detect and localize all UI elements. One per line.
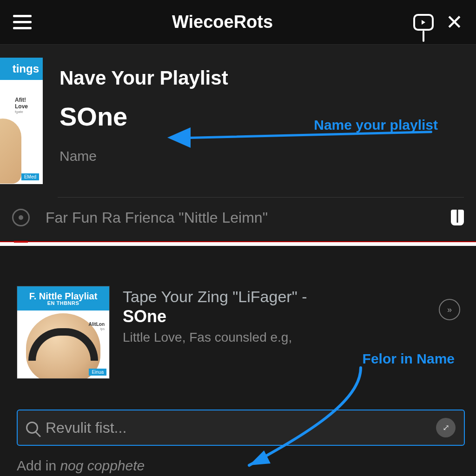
app-header: WiecoeRots ✕ [0,0,476,45]
track-line-2: SOne [123,307,465,326]
app-title: WiecoeRots [32,12,413,32]
track-row-partial[interactable]: Far Fun Ra Frienca "Nittle Leimn" [0,198,476,226]
bookmark-icon[interactable] [451,210,464,225]
album-band: tings [0,58,43,80]
expand-icon[interactable]: ⤢ [436,418,456,437]
track-line-3: Little Love, Fas counsled e.g, [123,330,465,345]
album-sublabel: fgate [15,110,40,114]
album2-band: F. Nittle Playliat [29,291,98,301]
cast-icon[interactable] [413,14,434,31]
add-hint: Add in nog copphete [17,458,465,474]
search-placeholder: Revulit fist... [46,419,436,436]
bottom-panel: F. Nittle Playliat EN THBNRS AlitLon tps… [0,246,476,476]
album2-la: AlitLon [89,322,105,327]
album-label: Afit! Love [15,97,40,110]
panel-separator [0,241,476,246]
album-art-top: tings Afit! Love fgate EMed [0,58,43,184]
track-title-partial: Far Fun Ra Frienca "Nittle Leimn" [46,209,268,226]
annotation-felor: Felor in Name [363,351,455,367]
close-icon[interactable]: ✕ [446,10,463,34]
annotation-arrow-top [167,127,432,146]
add-hint-italic: nog copphete [60,458,145,473]
top-panel: tings Afit! Love fgate EMed Nave Your Pl… [0,45,476,241]
disc-icon [12,209,30,226]
add-hint-prefix: Add in [17,458,60,473]
search-input[interactable]: Revulit fist... ⤢ [17,410,465,446]
forward-icon[interactable]: » [439,299,460,320]
album-art-bottom: F. Nittle Playliat EN THBNRS AlitLon tps… [17,286,110,379]
name-field-label: Name [60,148,462,164]
playlist-heading: Nave Your Playlist [60,67,462,89]
search-icon [26,422,38,434]
album2-band-sub: EN THBNRS [47,301,79,306]
menu-icon[interactable] [13,15,32,29]
album2-badge: Einua [89,369,106,376]
track-line-1: Tape Your Zing "LiFager" - [123,288,465,306]
album2-lb: tps [100,327,105,331]
album-badge: EMed [21,173,39,180]
